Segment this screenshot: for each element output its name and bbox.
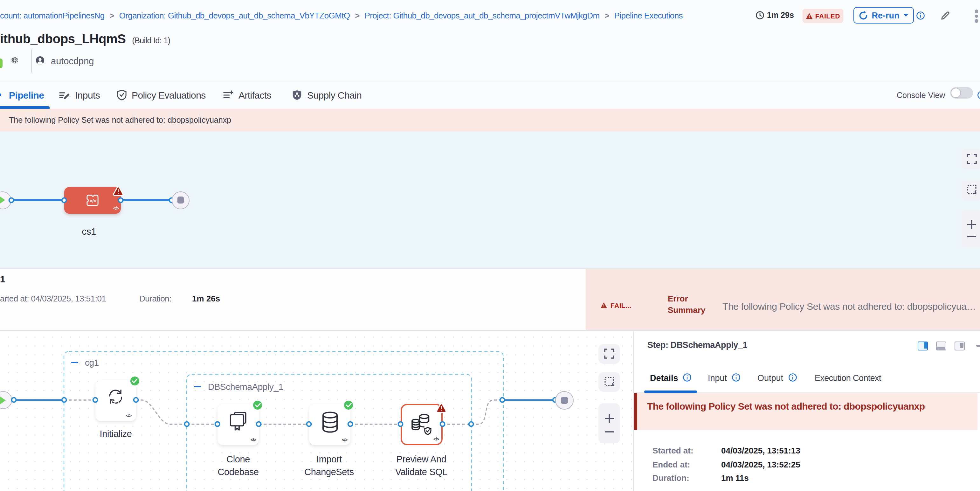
svg-text:</>: </> bbox=[90, 198, 96, 203]
